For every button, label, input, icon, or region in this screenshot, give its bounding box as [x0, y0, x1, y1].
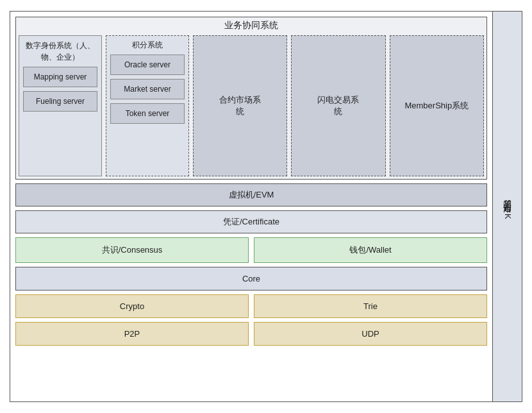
biz-inner: 数字身份系统（人、物、企业） Mapping server Fueling se…	[19, 35, 484, 176]
member-label: MemberShip系统	[404, 100, 469, 112]
wallet-box: 钱包/Wallet	[254, 237, 487, 263]
crypto-box: Crypto	[15, 294, 249, 318]
cert-layer: 凭证/Certificate	[15, 210, 487, 233]
fueling-server-box: Fueling server	[23, 91, 97, 112]
contract-block: 合约市场系 统	[193, 35, 287, 176]
udp-box: UDP	[254, 322, 487, 346]
flash-label: 闪电交易系 统	[317, 94, 359, 117]
market-server-box: Market server	[110, 79, 185, 99]
green-row: 共识/Consensus 钱包/Wallet	[15, 237, 487, 263]
biz-title: 业务协同系统	[19, 20, 484, 35]
consensus-box: 共识/Consensus	[15, 237, 249, 263]
sidebar-label: 第三方调用SDK	[501, 193, 513, 221]
core-layer: Core	[15, 267, 487, 291]
main-container: 业务协同系统 数字身份系统（人、物、企业） Mapping server Fue…	[10, 11, 522, 402]
mapping-server-box: Mapping server	[23, 67, 97, 87]
digital-identity-block: 数字身份系统（人、物、企业） Mapping server Fueling se…	[19, 35, 102, 176]
oracle-server-box: Oracle server	[110, 55, 185, 75]
vm-layer: 虚拟机/EVM	[15, 183, 487, 206]
member-block: MemberShip系统	[390, 35, 484, 176]
jifen-title: 积分系统	[110, 40, 185, 51]
biz-section: 业务协同系统 数字身份系统（人、物、企业） Mapping server Fue…	[15, 17, 487, 180]
flash-block: 闪电交易系 统	[291, 35, 385, 176]
digital-identity-title: 数字身份系统（人、物、企业）	[23, 40, 97, 63]
jifen-section: 积分系统 Oracle server Market server Token s…	[106, 35, 189, 176]
token-server-box: Token server	[110, 103, 185, 124]
p2p-box: P2P	[15, 322, 249, 346]
crypto-trie-row: Crypto Trie	[15, 294, 487, 318]
left-content: 业务协同系统 数字身份系统（人、物、企业） Mapping server Fue…	[10, 12, 492, 401]
right-sidebar: 第三方调用SDK	[492, 12, 522, 401]
contract-label: 合约市场系 统	[219, 94, 261, 117]
p2p-udp-row: P2P UDP	[15, 322, 487, 346]
right-large-blocks: 合约市场系 统 闪电交易系 统 MemberShip系统	[193, 35, 484, 176]
trie-box: Trie	[254, 294, 487, 318]
